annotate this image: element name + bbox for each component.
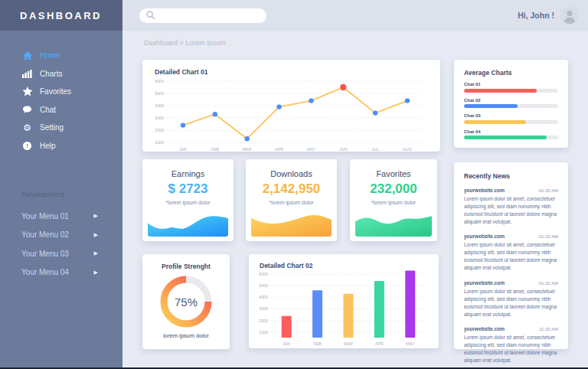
progress-track — [464, 89, 558, 93]
svg-text:AUG: AUG — [403, 147, 411, 152]
panel-title: Profile Strenght — [142, 263, 230, 270]
svg-text:JUL: JUL — [371, 147, 378, 152]
sidebar-item-label: Charts — [40, 70, 62, 78]
sidebar-item-your-menu-04[interactable]: Your Menu 04 ▶ — [0, 263, 122, 282]
news-body: Lorem ipsum dolor sit amet, consectetuer… — [464, 241, 558, 272]
svg-text:MAY: MAY — [307, 147, 316, 152]
sidebar-dev-menu: Your Menu 01 ▶ Your Menu 02 ▶ Your Menu … — [0, 207, 122, 282]
stat-title: Favorites — [350, 169, 437, 178]
news-source: yourwebsite.com — [464, 326, 505, 331]
svg-text:1000: 1000 — [259, 330, 268, 335]
news-time: 01:20 AM — [539, 281, 558, 286]
stat-title: Earnings — [142, 169, 234, 178]
news-item[interactable]: yourwebsite.com 01:20 AM Lorem ipsum dol… — [464, 233, 558, 272]
news-time: 01:20 AM — [539, 188, 558, 193]
sidebar-section-development: Development — [21, 190, 64, 198]
sidebar-item-label: Help — [40, 142, 56, 150]
panel-title: Recently News — [454, 162, 568, 180]
recently-news-card: Recently News yourwebsite.com 01:20 AM L… — [454, 162, 568, 349]
svg-text:4000: 4000 — [155, 103, 164, 108]
sidebar-item-home[interactable]: Home — [0, 47, 122, 65]
news-time: 01:20 AM — [539, 234, 558, 239]
chart-title: Detailed Chart 02 — [249, 254, 439, 269]
panel-title: Average Charts — [454, 60, 568, 77]
sidebar-item-favorites[interactable]: Favorites — [0, 83, 122, 101]
help-icon: ! — [21, 140, 33, 151]
progress-label: Chat 04 — [464, 129, 558, 134]
svg-text:6000: 6000 — [155, 79, 164, 83]
sidebar-item-help[interactable]: ! Help — [0, 137, 122, 155]
detailed-chart-02-card: Detailed Chart 02 1000200030004000500060… — [249, 254, 439, 348]
news-body: Lorem ipsum dolor sit amet, consectetuer… — [464, 195, 558, 226]
stat-caption: *lorem ipsum dolor — [142, 200, 234, 205]
news-item[interactable]: yourwebsite.com 01:20 AM Lorem ipsum dol… — [464, 188, 558, 226]
chat-icon — [21, 104, 33, 115]
app-title: DASHBOARD — [20, 10, 102, 21]
progress-fill — [464, 120, 526, 124]
sidebar-item-your-menu-03[interactable]: Your Menu 03 ▶ — [0, 244, 122, 263]
sidebar-header: DASHBOARD — [0, 0, 122, 31]
progress-fill — [464, 136, 547, 139]
svg-text:1000: 1000 — [155, 140, 164, 145]
svg-text:3000: 3000 — [259, 306, 268, 311]
stat-caption: *lorem ipsum dolor — [350, 200, 437, 205]
svg-text:5000: 5000 — [259, 283, 268, 288]
sidebar-item-label: Setting — [40, 123, 64, 132]
sidebar-item-label: Chat — [40, 106, 56, 114]
news-body: Lorem ipsum dolor sit amet, consectetuer… — [464, 288, 558, 318]
chevron-right-icon: ▶ — [94, 269, 98, 276]
progress-row: Chat 03 — [464, 113, 558, 124]
donut-percent: 75% — [158, 273, 214, 330]
news-source: yourwebsite.com — [464, 233, 505, 239]
svg-text:APR: APR — [275, 147, 283, 152]
sidebar: DASHBOARD Home Charts Favorites — [0, 0, 122, 369]
svg-text:4000: 4000 — [259, 295, 268, 299]
progress-list: Chat 01 Chat 02 Chat 03 Chat 04 — [454, 77, 568, 139]
svg-text:JUN: JUN — [339, 147, 347, 152]
sidebar-item-label: Home — [40, 51, 60, 60]
progress-label: Chat 01 — [464, 82, 558, 87]
progress-fill — [464, 89, 537, 93]
svg-text:6000: 6000 — [259, 272, 268, 276]
svg-text:5000: 5000 — [155, 91, 164, 96]
avatar[interactable] — [560, 6, 579, 24]
news-item[interactable]: yourwebsite.com 01:20 AM Lorem ipsum dol… — [464, 280, 558, 318]
sidebar-item-chat[interactable]: Chat — [0, 101, 122, 119]
home-icon — [21, 51, 33, 61]
area-sparkline — [251, 213, 332, 237]
svg-text:MAR: MAR — [243, 147, 252, 152]
progress-row: Chat 04 — [464, 129, 558, 140]
progress-label: Chat 03 — [464, 113, 558, 118]
chevron-right-icon: ▶ — [94, 250, 98, 256]
star-icon — [21, 87, 33, 97]
charts-icon — [21, 68, 33, 79]
svg-text:MAY: MAY — [406, 341, 415, 346]
svg-text:FEB: FEB — [211, 147, 220, 152]
sidebar-item-your-menu-01[interactable]: Your Menu 01 ▶ — [0, 207, 122, 226]
news-item[interactable]: yourwebsite.com 11:20 AM Lorem ipsum dol… — [464, 326, 558, 364]
svg-text:MAR: MAR — [344, 341, 353, 346]
stat-value: $ 2723 — [142, 181, 234, 197]
news-source: yourwebsite.com — [464, 280, 505, 286]
progress-track — [464, 136, 558, 139]
stat-caption: *lorem ipsum dolor — [246, 200, 337, 205]
search-input[interactable] — [156, 11, 251, 20]
line-chart-svg: 100020003000400050006000JANFEBMARAPRMAYJ… — [149, 77, 434, 152]
progress-track — [464, 104, 558, 108]
dashboard-app: DASHBOARD Home Charts Favorites — [0, 0, 588, 369]
sidebar-item-your-menu-02[interactable]: Your Menu 02 ▶ — [0, 226, 122, 245]
svg-text:FEB: FEB — [313, 341, 322, 346]
news-body: Lorem ipsum dolor sit amet, consectetuer… — [464, 334, 558, 364]
stat-value: 2,142,950 — [246, 181, 337, 197]
svg-text:JAN: JAN — [179, 147, 187, 152]
earnings-card: Earnings $ 2723 *lorem ipsum dolor — [142, 159, 234, 241]
sidebar-item-label: Favorites — [40, 87, 71, 96]
sidebar-item-setting[interactable]: ⚙ Setting — [0, 119, 122, 137]
sidebar-item-charts[interactable]: Charts — [0, 65, 122, 83]
gear-icon: ⚙ — [21, 122, 33, 133]
search-bar[interactable] — [139, 8, 266, 23]
profile-strength-card: Profile Strenght 75% lorem ipsum dolor — [142, 254, 230, 349]
downloads-card: Downloads 2,142,950 *lorem ipsum dolor — [246, 159, 337, 241]
svg-text:JAN: JAN — [283, 341, 290, 346]
chevron-right-icon: ▶ — [94, 232, 98, 238]
